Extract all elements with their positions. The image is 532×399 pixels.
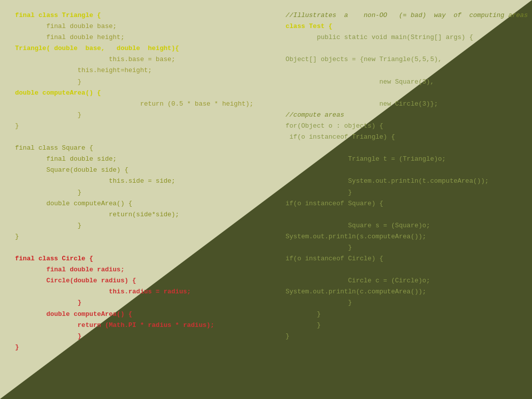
triangle-this-height: this.height=height;	[15, 67, 152, 74]
triangle-final-kw: final class Triangle {	[15, 12, 101, 19]
square-constructor: Square(double side) {	[15, 166, 128, 174]
code-area: final class Triangle { final double base…	[0, 0, 532, 399]
circle-close-class: }	[15, 343, 19, 351]
circle-constructor: Circle(double radius) {	[15, 277, 136, 284]
close-brace-3: }	[286, 299, 352, 306]
triangle-class: final class Triangle { final double base…	[15, 10, 276, 132]
square-class: final class Square { final double side; …	[15, 143, 276, 242]
instanceof-square: if(o instanceof Square) {	[286, 200, 383, 207]
circle-print: System.out.println(c.computeArea());	[286, 288, 426, 295]
circle-return: return (Math.PI * radius * radius);	[15, 321, 214, 329]
square-this-side: this.side = side;	[15, 177, 175, 185]
class-test-kw: class Test {	[286, 23, 333, 30]
square-cast: Square s = (Square)o;	[286, 222, 430, 229]
main-method: public static void main(String[] args) {	[286, 34, 473, 41]
compute-comment: //compute areas	[286, 111, 344, 119]
circle-class: final class Circle { final double radius…	[15, 253, 276, 353]
square-close-method: }	[15, 222, 82, 229]
triangle-compute-method: double computeArea() {	[15, 89, 101, 97]
circle-radius-field: final double radius;	[15, 266, 124, 273]
right-panel: //Illustrates a non-OO (= bad) way of co…	[276, 10, 532, 389]
circle-compute-method: double computeArea() {	[15, 310, 132, 318]
circle-close-method: }	[15, 332, 82, 340]
triangle-height-field: final double height;	[15, 34, 124, 41]
circle-close-constructor: }	[15, 299, 82, 306]
square-side-field: final double side;	[15, 155, 117, 163]
square-compute-method: double computeArea() {	[15, 200, 132, 207]
for-loop: for(Object o : objects) {	[286, 122, 383, 130]
triangle-this-base: this.base = base;	[15, 56, 175, 63]
triangle-cast: Triangle t = (Triangle)o;	[286, 155, 446, 163]
circle-final-kw: final class Circle {	[15, 255, 93, 262]
close-brace-1: }	[286, 189, 352, 196]
square-close-constructor: }	[15, 189, 82, 196]
square-return: return(side*side);	[15, 211, 179, 218]
close-brace-2: }	[286, 244, 352, 251]
objects-array: Object[] objects = {new Triangle(5,5,5),	[286, 56, 442, 63]
square-print: System.out.println(s.computeArea());	[286, 233, 426, 240]
close-brace-6: }	[286, 332, 290, 340]
new-square: new Square(3),	[286, 78, 434, 86]
circle-cast: Circle c = (Circle)o;	[286, 277, 430, 284]
triangle-return: return (0.5 * base * height);	[15, 100, 253, 108]
instanceof-circle: if(o instanceof Circle) {	[286, 255, 383, 262]
new-circle: new Circle(3)};	[286, 100, 438, 108]
triangle-print: System.out.println(t.computeArea());	[286, 177, 489, 185]
triangle-close-method: }	[15, 111, 82, 119]
triangle-base-field: final double base;	[15, 23, 117, 30]
square-close-class: }	[15, 233, 19, 240]
left-panel: final class Triangle { final double base…	[15, 10, 276, 389]
triangle-close-class: }	[15, 122, 19, 130]
triangle-constructor: Triangle( double base, double height){	[15, 45, 179, 52]
close-brace-4: }	[286, 310, 321, 318]
circle-this-radius: this.radius = radius;	[15, 288, 191, 295]
triangle-close-constructor: }	[15, 78, 82, 86]
illustrates-comment: //Illustrates a non-OO (= bad) way of co…	[286, 12, 528, 19]
square-final-kw: final class Square {	[15, 144, 93, 152]
instanceof-triangle: if(o instanceof Triangle) {	[286, 133, 395, 141]
close-brace-5: }	[286, 321, 321, 329]
